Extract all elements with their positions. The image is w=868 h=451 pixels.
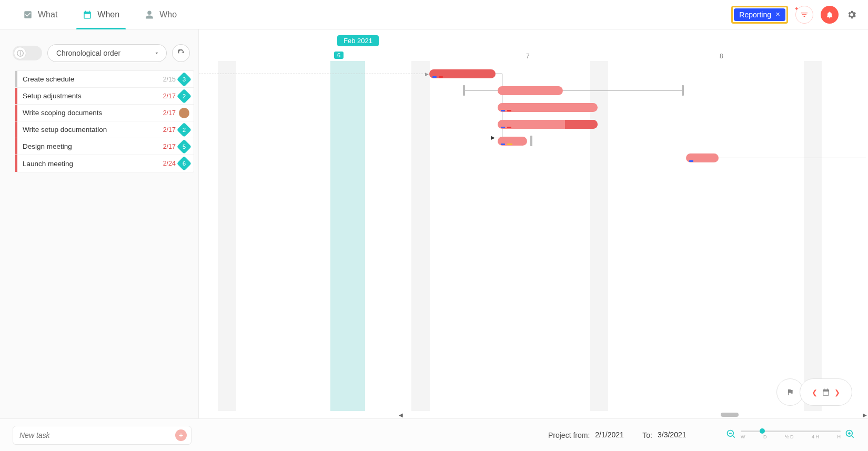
zoom-tick-labels: W D ½ D 4 H H	[741, 434, 841, 439]
task-date: 2/15	[163, 76, 176, 83]
bar-indicator	[501, 127, 505, 128]
dependency-line	[496, 74, 502, 74]
chevron-down-icon	[154, 49, 160, 58]
new-task-input-wrap[interactable]: +	[13, 426, 191, 445]
flag-icon	[786, 388, 794, 396]
task-date: 2/17	[163, 126, 176, 134]
project-to-input[interactable]	[658, 430, 700, 439]
bar-indicator	[507, 144, 512, 145]
notifications-button[interactable]	[821, 6, 839, 24]
zoom-out-button[interactable]	[726, 429, 736, 442]
add-filter-button[interactable]: +	[795, 6, 813, 24]
weekend-column	[804, 61, 822, 411]
task-list: Create schedule 2/15 3 Setup adjustments…	[15, 70, 194, 172]
view-tabs: What When Who	[11, 0, 189, 29]
calendar-icon	[83, 10, 92, 19]
task-badge: 6	[177, 156, 191, 171]
new-task-input[interactable]	[19, 431, 185, 439]
zoom-controls: W D ½ D 4 H H	[726, 429, 855, 442]
dependency-arrow-icon: ▶	[491, 135, 495, 140]
info-icon: ⓘ	[17, 49, 24, 58]
tab-label: What	[38, 10, 57, 19]
tab-who[interactable]: Who	[132, 0, 189, 29]
refresh-button[interactable]	[172, 44, 190, 62]
task-row[interactable]: Write setup documentation 2/17 2	[15, 121, 194, 138]
tab-when[interactable]: When	[70, 0, 132, 29]
task-color-edge	[15, 121, 17, 138]
close-icon[interactable]: ✕	[775, 11, 780, 18]
bar-handle[interactable]	[530, 136, 532, 146]
gantt-bar[interactable]	[686, 153, 719, 162]
prev-day-button[interactable]: ❮	[812, 388, 817, 396]
gantt-bar[interactable]	[498, 86, 563, 95]
project-from-input[interactable]	[595, 430, 637, 439]
gantt-bar[interactable]	[498, 137, 527, 146]
gantt-bar[interactable]	[429, 69, 496, 78]
bar-indicator	[432, 76, 437, 78]
reporting-highlight: Reporting ✕	[731, 6, 788, 24]
tab-what[interactable]: What	[11, 0, 70, 29]
tab-label: Who	[159, 10, 177, 19]
footer-bar: + Project from: To: W D ½ D 4 H H	[0, 418, 868, 451]
weekend-column	[411, 61, 430, 411]
task-name: Create schedule	[23, 75, 163, 83]
scrollbar-thumb[interactable]	[721, 413, 739, 417]
weekend-column	[218, 61, 236, 411]
settings-button[interactable]	[846, 9, 857, 20]
task-row[interactable]: Setup adjustments 2/17 2	[15, 88, 194, 105]
horizontal-scrollbar[interactable]: ◀ ▶	[398, 411, 868, 418]
extent-line	[719, 158, 866, 158]
zoom-slider[interactable]	[741, 430, 841, 432]
task-color-edge	[15, 71, 17, 87]
bar-indicator	[439, 76, 443, 78]
calendar-icon[interactable]	[822, 388, 830, 396]
task-badge: 5	[177, 139, 191, 153]
task-row[interactable]: Write scoping documents 2/17	[15, 105, 194, 121]
reporting-filter-pill[interactable]: Reporting ✕	[734, 8, 785, 21]
sort-dropdown[interactable]: Chronological order	[47, 44, 167, 62]
bell-icon	[825, 11, 834, 19]
check-icon	[23, 10, 33, 19]
gantt-bar[interactable]	[498, 120, 598, 129]
task-color-edge	[15, 155, 17, 172]
next-day-button[interactable]: ❯	[834, 388, 840, 396]
zoom-in-button[interactable]	[845, 429, 855, 442]
project-date-range: Project from: To:	[548, 430, 700, 439]
task-date: 2/24	[163, 160, 176, 167]
info-toggle[interactable]: ⓘ	[13, 46, 42, 60]
scroll-left-icon[interactable]: ◀	[399, 412, 403, 418]
bar-indicator	[689, 160, 693, 162]
bar-handle[interactable]	[682, 85, 684, 96]
project-to-label: To:	[642, 431, 652, 439]
task-name: Write scoping documents	[23, 109, 163, 117]
assignee-avatar	[179, 108, 189, 118]
gear-icon	[846, 9, 857, 20]
day-label: 7	[526, 53, 530, 60]
month-label: Feb 2021	[337, 35, 379, 46]
task-badge: 2	[177, 122, 191, 137]
gantt-timeline[interactable]: Feb 2021 6 7 8 ▶	[199, 29, 868, 418]
bar-indicator	[507, 127, 511, 128]
scroll-right-icon[interactable]: ▶	[863, 412, 867, 418]
task-date: 2/17	[163, 143, 176, 150]
task-date: 2/17	[163, 93, 176, 100]
task-name: Setup adjustments	[23, 92, 163, 100]
task-name: Launch meeting	[23, 160, 163, 168]
gantt-bar[interactable]	[498, 103, 598, 112]
row-guideline	[199, 74, 428, 74]
task-row[interactable]: Launch meeting 2/24 6	[15, 155, 194, 172]
person-icon	[145, 10, 154, 19]
add-task-button[interactable]: +	[175, 429, 187, 441]
task-row[interactable]: Design meeting 2/17 5	[15, 138, 194, 155]
task-color-edge	[15, 105, 17, 121]
sort-label: Chronological order	[56, 49, 120, 57]
slider-thumb[interactable]	[760, 428, 765, 434]
extent-line	[465, 90, 498, 91]
task-row[interactable]: Create schedule 2/15 3	[15, 71, 194, 88]
task-name: Write setup documentation	[23, 126, 163, 134]
dependency-arrow-icon: ▶	[425, 71, 429, 77]
top-right-controls: Reporting ✕ +	[731, 6, 857, 24]
project-from-label: Project from:	[548, 431, 590, 439]
list-controls: ⓘ Chronological order	[0, 29, 198, 70]
task-color-edge	[15, 138, 17, 155]
